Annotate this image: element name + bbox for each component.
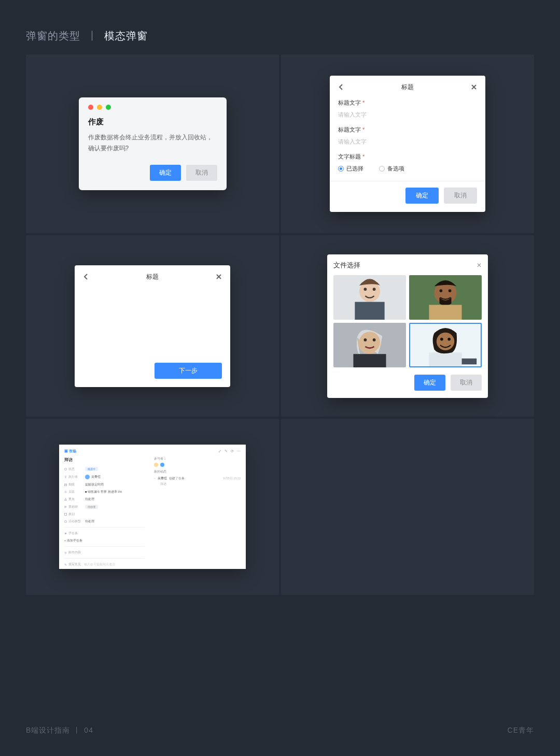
svg-rect-28 bbox=[65, 513, 67, 516]
status-tag[interactable]: 推进中 bbox=[85, 467, 98, 471]
svg-rect-9 bbox=[429, 305, 461, 320]
detail-heading: 拜访 bbox=[64, 457, 145, 463]
step-modal-title: 标题 bbox=[146, 273, 159, 281]
file-thumb-1[interactable] bbox=[333, 275, 406, 320]
form-ok-button[interactable]: 确定 bbox=[405, 188, 439, 204]
write-comment-link[interactable]: ✎ 填写意见 bbox=[64, 563, 81, 566]
confirm-title: 作废 bbox=[88, 117, 217, 127]
file-thumb-4[interactable] bbox=[409, 323, 482, 367]
tool-icon[interactable]: ✎ bbox=[225, 449, 228, 453]
detail-drawer: ▣ 市场 ⤢ ✎ ⟳ ⋯ 拜访 状态推进中 执行者吴青恒 期限提醒设定时间 关联… bbox=[59, 445, 246, 569]
divider bbox=[330, 181, 485, 181]
file-ok-button[interactable]: 确定 bbox=[414, 375, 445, 391]
file-thumb-2[interactable] bbox=[409, 275, 482, 320]
participant-avatars[interactable] bbox=[154, 463, 241, 467]
file-picker-modal: 文件选择 ✕ bbox=[327, 254, 488, 398]
file-picker-title: 文件选择 bbox=[333, 261, 360, 270]
step-modal: 标题 下一步 bbox=[75, 265, 230, 387]
svg-point-14 bbox=[359, 332, 380, 352]
traffic-red-icon[interactable] bbox=[88, 105, 93, 110]
milestone-tag[interactable]: 待处理 bbox=[85, 505, 98, 509]
svg-rect-19 bbox=[429, 352, 461, 367]
svg-rect-24 bbox=[462, 358, 477, 364]
next-step-button[interactable]: 下一步 bbox=[155, 363, 222, 379]
svg-point-26 bbox=[65, 476, 66, 477]
back-icon[interactable] bbox=[338, 84, 344, 91]
file-cancel-button[interactable]: 取消 bbox=[451, 375, 482, 391]
example-cell-1: 作废 作废数据将会终止业务流程，并放入回收站，确认要作废吗? 确定 取消 bbox=[26, 54, 279, 233]
field2-label: 标题文字* bbox=[338, 126, 365, 133]
svg-rect-17 bbox=[353, 354, 386, 367]
tool-icon[interactable]: ⤢ bbox=[218, 449, 221, 453]
svg-point-25 bbox=[65, 468, 67, 470]
form-cancel-button[interactable]: 取消 bbox=[444, 188, 477, 204]
example-cell-2: 标题 标题文字* 请输入文字 标题文字* 请输入文字 文字标题* 已选择 备选项 bbox=[281, 54, 534, 233]
radio-other[interactable]: 备选项 bbox=[379, 165, 404, 173]
example-grid: 作废 作废数据将会终止业务流程，并放入回收站，确认要作废吗? 确定 取消 标题 … bbox=[26, 54, 534, 595]
svg-point-15 bbox=[364, 338, 367, 341]
file-thumb-3[interactable] bbox=[333, 323, 406, 367]
mac-traffic-lights bbox=[88, 105, 217, 110]
toolbar-icons: ⤢ ✎ ⟳ ⋯ bbox=[218, 449, 241, 453]
title-strong: 模态弹窗 bbox=[104, 30, 148, 41]
example-cell-4: 文件选择 ✕ bbox=[281, 235, 534, 417]
radio-selected[interactable]: 已选择 bbox=[338, 165, 363, 173]
traffic-yellow-icon[interactable] bbox=[97, 105, 102, 110]
tool-icon[interactable]: ⋯ bbox=[237, 449, 241, 453]
svg-point-8 bbox=[449, 289, 452, 292]
svg-point-7 bbox=[440, 289, 443, 292]
field1-label: 标题文字* bbox=[338, 99, 365, 106]
comment-placeholder[interactable]: 输入@可提醒相关成员 bbox=[84, 563, 115, 566]
add-subtask-link[interactable]: + 添加子任务 bbox=[64, 539, 82, 543]
tool-icon[interactable]: ⟳ bbox=[231, 449, 234, 453]
example-cell-6 bbox=[281, 419, 534, 595]
form-field-3: 文字标题* 已选择 备选项 bbox=[338, 153, 477, 173]
close-icon[interactable] bbox=[216, 273, 222, 282]
svg-point-2 bbox=[364, 288, 367, 291]
recent-header: 新的动态 bbox=[154, 470, 241, 474]
svg-point-22 bbox=[440, 337, 443, 340]
svg-point-16 bbox=[373, 338, 376, 341]
svg-point-23 bbox=[447, 337, 451, 340]
form-field-1: 标题文字* 请输入文字 bbox=[338, 99, 477, 119]
title-separator: 丨 bbox=[87, 30, 98, 41]
traffic-green-icon[interactable] bbox=[106, 105, 111, 110]
confirm-dialog: 作废 作废数据将会终止业务流程，并放入回收站，确认要作废吗? 确定 取消 bbox=[79, 97, 227, 190]
form-field-2: 标题文字* 请输入文字 bbox=[338, 126, 477, 146]
step-modal-body bbox=[83, 289, 222, 363]
confirm-body: 作废数据将会终止业务流程，并放入回收站，确认要作废吗? bbox=[88, 132, 217, 153]
field3-label: 文字标题* bbox=[338, 153, 365, 160]
svg-point-3 bbox=[373, 288, 376, 291]
relate-value[interactable]: ■ 销售漏斗 世界 推进率 0% bbox=[85, 490, 122, 494]
example-cell-5: ▣ 市场 ⤢ ✎ ⟳ ⋯ 拜访 状态推进中 执行者吴青恒 期限提醒设定时间 关联… bbox=[26, 419, 279, 595]
app-brand[interactable]: ▣ 市场 bbox=[64, 449, 76, 454]
page-title: 弹窗的类型 丨 模态弹窗 bbox=[26, 29, 148, 43]
subcat-value[interactable]: 待处理 bbox=[85, 520, 94, 523]
close-icon[interactable]: ✕ bbox=[477, 262, 482, 269]
close-icon[interactable] bbox=[471, 84, 477, 91]
timeline-item: – 吴青恒 创建了任务 9月5日 15:22 bbox=[154, 477, 241, 480]
title-prefix: 弹窗的类型 bbox=[26, 30, 80, 41]
file-thumb-grid bbox=[333, 275, 482, 367]
back-icon[interactable] bbox=[83, 273, 89, 282]
form-modal-title: 标题 bbox=[401, 83, 414, 92]
field1-input[interactable]: 请输入文字 bbox=[338, 111, 477, 119]
form-modal: 标题 标题文字* 请输入文字 标题文字* 请输入文字 文字标题* 已选择 备选项 bbox=[330, 76, 485, 212]
footer-right: CE青年 bbox=[508, 726, 534, 735]
date-value[interactable]: 提醒设定时间 bbox=[85, 483, 104, 487]
priority-value[interactable]: 待处理 bbox=[85, 497, 94, 501]
example-cell-3: 标题 下一步 bbox=[26, 235, 279, 417]
confirm-cancel-button[interactable]: 取消 bbox=[186, 165, 217, 181]
field2-input[interactable]: 请输入文字 bbox=[338, 138, 477, 146]
owner-value[interactable]: 吴青恒 bbox=[85, 475, 101, 479]
timeline-subitem: 拜访 bbox=[154, 482, 241, 486]
footer-left: B端设计指南丨04 bbox=[26, 726, 93, 735]
svg-rect-4 bbox=[355, 302, 384, 319]
confirm-ok-button[interactable]: 确定 bbox=[150, 165, 181, 181]
svg-point-29 bbox=[65, 521, 67, 523]
